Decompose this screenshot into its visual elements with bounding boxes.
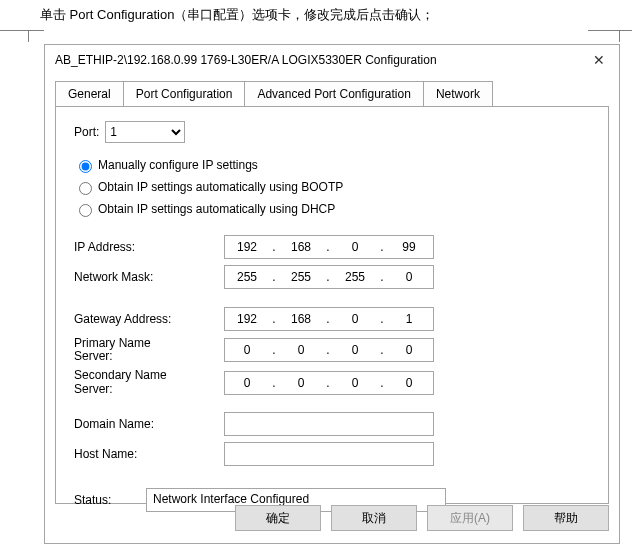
mask-label: Network Mask: <box>74 270 224 284</box>
gw-octet-3[interactable] <box>333 311 377 327</box>
dns1-octet-4[interactable] <box>387 342 431 358</box>
gateway-label: Gateway Address: <box>74 312 224 326</box>
tab-general[interactable]: General <box>55 81 124 106</box>
decorative-line <box>28 30 29 42</box>
ip-octet-1[interactable] <box>225 239 269 255</box>
dns1-octet-3[interactable] <box>333 342 377 358</box>
port-select[interactable]: 1 <box>105 121 185 143</box>
primary-dns-input[interactable]: . . . <box>224 338 434 362</box>
apply-button[interactable]: 应用(A) <box>427 505 513 531</box>
radio-dhcp-label: Obtain IP settings automatically using D… <box>98 202 335 216</box>
status-label: Status: <box>74 493 146 507</box>
gw-octet-2[interactable] <box>279 311 323 327</box>
dns2-octet-1[interactable] <box>225 375 269 391</box>
network-mask-input[interactable]: . . . <box>224 265 434 289</box>
decorative-line <box>0 30 44 31</box>
radio-manual-label: Manually configure IP settings <box>98 158 258 172</box>
help-button[interactable]: 帮助 <box>523 505 609 531</box>
dns1-octet-2[interactable] <box>279 342 323 358</box>
ip-address-input[interactable]: . . . <box>224 235 434 259</box>
mask-octet-2[interactable] <box>279 269 323 285</box>
cancel-button[interactable]: 取消 <box>331 505 417 531</box>
window-title: AB_ETHIP-2\192.168.0.99 1769-L30ER/A LOG… <box>55 53 589 67</box>
dns1-octet-1[interactable] <box>225 342 269 358</box>
gw-octet-4[interactable] <box>387 311 431 327</box>
mask-octet-1[interactable] <box>225 269 269 285</box>
host-label: Host Name: <box>74 447 224 461</box>
dns2-octet-2[interactable] <box>279 375 323 391</box>
domain-name-input[interactable] <box>224 412 434 436</box>
ip-octet-2[interactable] <box>279 239 323 255</box>
gw-octet-1[interactable] <box>225 311 269 327</box>
ip-octet-4[interactable] <box>387 239 431 255</box>
decorative-line <box>588 30 632 31</box>
dns2-octet-3[interactable] <box>333 375 377 391</box>
config-dialog: AB_ETHIP-2\192.168.0.99 1769-L30ER/A LOG… <box>44 44 620 544</box>
decorative-line <box>619 30 620 42</box>
radio-bootp-label: Obtain IP settings automatically using B… <box>98 180 343 194</box>
domain-label: Domain Name: <box>74 417 224 431</box>
radio-dhcp[interactable] <box>79 204 92 217</box>
ok-button[interactable]: 确定 <box>235 505 321 531</box>
titlebar: AB_ETHIP-2\192.168.0.99 1769-L30ER/A LOG… <box>45 45 619 75</box>
ip-label: IP Address: <box>74 240 224 254</box>
port-label: Port: <box>74 125 99 139</box>
host-name-input[interactable] <box>224 442 434 466</box>
dns2-octet-4[interactable] <box>387 375 431 391</box>
dns2-label: Secondary NameServer: <box>74 369 224 395</box>
dialog-buttons: 确定 取消 应用(A) 帮助 <box>235 505 609 531</box>
tab-page-port-configuration: Port: 1 Manually configure IP settings O… <box>55 106 609 504</box>
radio-manual[interactable] <box>79 160 92 173</box>
close-icon[interactable]: ✕ <box>589 52 609 68</box>
mask-octet-4[interactable] <box>387 269 431 285</box>
mask-octet-3[interactable] <box>333 269 377 285</box>
tab-network[interactable]: Network <box>423 81 493 106</box>
dns1-label: Primary NameServer: <box>74 337 224 363</box>
tab-port-configuration[interactable]: Port Configuration <box>123 81 246 106</box>
instruction-text: 单击 Port Configuration（串口配置）选项卡，修改完成后点击确认… <box>0 0 632 24</box>
gateway-input[interactable]: . . . <box>224 307 434 331</box>
tab-advanced-port-configuration[interactable]: Advanced Port Configuration <box>244 81 423 106</box>
tabstrip: General Port Configuration Advanced Port… <box>55 81 609 106</box>
radio-bootp[interactable] <box>79 182 92 195</box>
secondary-dns-input[interactable]: . . . <box>224 371 434 395</box>
ip-octet-3[interactable] <box>333 239 377 255</box>
